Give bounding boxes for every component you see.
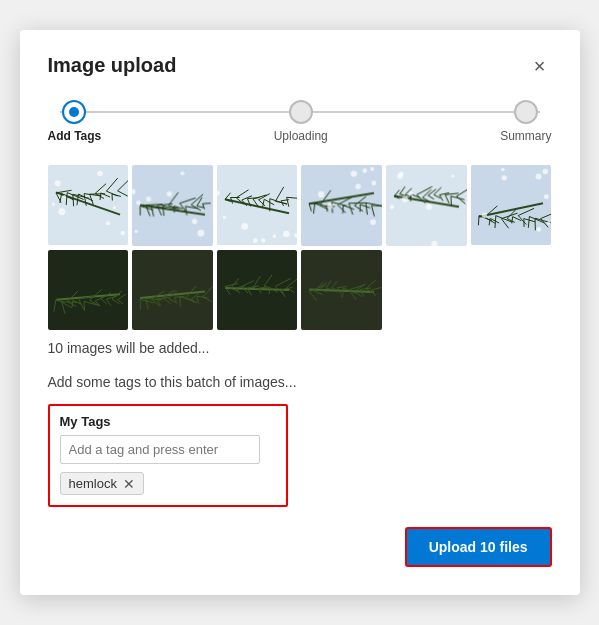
image-cell-empty-2	[471, 250, 552, 331]
step-summary: Summary	[500, 100, 551, 143]
tags-box-title: My Tags	[60, 414, 276, 429]
image-cell-6	[471, 165, 552, 246]
image-cell-1	[48, 165, 129, 246]
tag-chip-hemlock: hemlock ✕	[60, 472, 144, 495]
image-cell-3	[217, 165, 298, 246]
image-cell-7	[48, 250, 129, 331]
dialog-header: Image upload ×	[48, 54, 552, 78]
step-label-uploading: Uploading	[274, 129, 328, 143]
step-label-add-tags: Add Tags	[48, 129, 102, 143]
image-cell-9	[217, 250, 298, 331]
tag-chip-label: hemlock	[69, 476, 117, 491]
image-cell-10	[301, 250, 382, 331]
image-cell-5	[386, 165, 467, 246]
image-cell-empty-1	[386, 250, 467, 331]
tag-input[interactable]	[60, 435, 260, 464]
step-label-summary: Summary	[500, 129, 551, 143]
tag-chips: hemlock ✕	[60, 472, 276, 495]
step-circle-uploading	[289, 100, 313, 124]
dialog-title: Image upload	[48, 54, 177, 77]
close-button[interactable]: ×	[528, 54, 552, 78]
step-circle-add-tags	[62, 100, 86, 124]
tags-box: My Tags hemlock ✕	[48, 404, 288, 507]
tags-section-label: Add some tags to this batch of images...	[48, 374, 552, 390]
step-add-tags: Add Tags	[48, 100, 102, 143]
image-count-text: 10 images will be added...	[48, 340, 552, 356]
image-upload-dialog: Image upload × Add Tags Uploading Summar…	[20, 30, 580, 595]
progress-steps: Add Tags Uploading Summary	[48, 100, 552, 143]
image-cell-2	[132, 165, 213, 246]
image-cell-8	[132, 250, 213, 331]
step-uploading: Uploading	[101, 100, 500, 143]
upload-button[interactable]: Upload 10 files	[405, 527, 552, 567]
image-cell-4	[301, 165, 382, 246]
step-dot-add-tags	[69, 107, 79, 117]
dialog-footer: Upload 10 files	[48, 527, 552, 567]
tag-remove-button[interactable]: ✕	[123, 477, 135, 491]
step-circle-summary	[514, 100, 538, 124]
image-grid	[48, 165, 552, 330]
